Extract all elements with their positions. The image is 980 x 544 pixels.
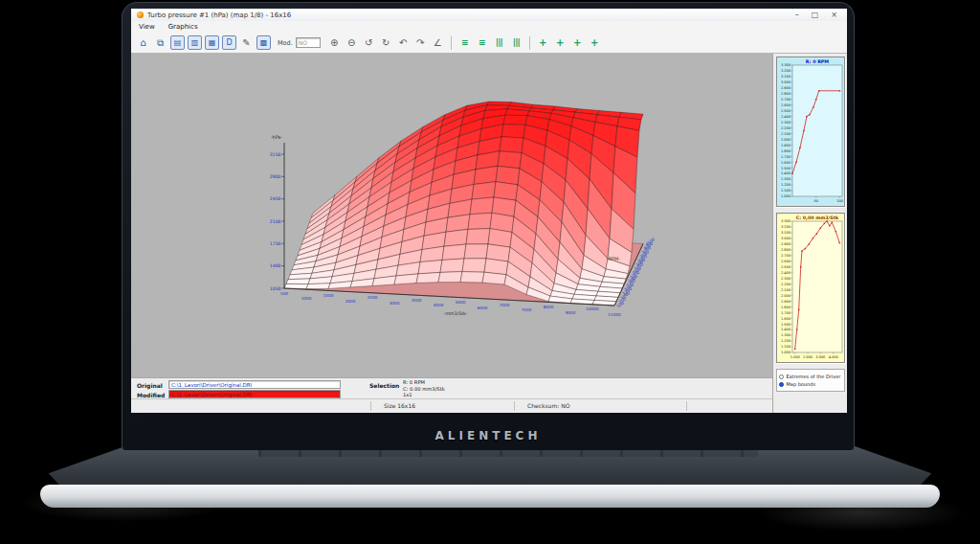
laptop-brand-logo: ALIENTECH bbox=[122, 429, 854, 442]
increment-row-icon[interactable]: + bbox=[553, 35, 568, 50]
interp-cols-2-icon[interactable]: ||| bbox=[509, 35, 523, 50]
svg-text:1.100: 1.100 bbox=[780, 345, 790, 349]
toolbar-separator bbox=[451, 36, 452, 50]
hex-view-icon[interactable]: ▤ bbox=[170, 35, 185, 50]
svg-text:1.000: 1.000 bbox=[790, 355, 799, 359]
svg-text:2.700: 2.700 bbox=[780, 254, 790, 258]
spin-cw-icon[interactable]: ↷ bbox=[413, 35, 428, 50]
fuel-slice-panel: C: 0,00 mm3/Stk1.0001.1001.2001.3001.400… bbox=[776, 213, 845, 363]
selection-values: R: 0 RPM C: 0.00 mm3/Stk 1x1 bbox=[403, 379, 445, 398]
svg-text:6000: 6000 bbox=[478, 306, 488, 310]
svg-text:9000: 9000 bbox=[566, 310, 576, 315]
svg-text:2100: 2100 bbox=[270, 219, 281, 224]
copy-icon[interactable]: ⧉ bbox=[153, 35, 167, 50]
svg-text:50: 50 bbox=[813, 199, 817, 203]
spin-ccw-icon[interactable]: ↶ bbox=[396, 35, 411, 50]
svg-text:1000: 1000 bbox=[301, 296, 312, 301]
svg-text:2.300: 2.300 bbox=[780, 121, 790, 125]
svg-text:1500: 1500 bbox=[323, 293, 334, 298]
original-label: Original bbox=[137, 382, 163, 389]
svg-text:5000: 5000 bbox=[456, 300, 466, 305]
svg-text:-hPa-: -hPa- bbox=[271, 135, 282, 140]
menu-graphics[interactable]: Graphics bbox=[168, 23, 198, 31]
svg-text:2.800: 2.800 bbox=[780, 248, 790, 252]
svg-text:1.800: 1.800 bbox=[780, 306, 790, 309]
close-button[interactable]: × bbox=[831, 11, 837, 19]
svg-text:2500: 2500 bbox=[368, 295, 378, 300]
svg-text:2.600: 2.600 bbox=[780, 260, 790, 263]
increment-icon[interactable]: + bbox=[536, 35, 550, 50]
svg-text:3.200: 3.200 bbox=[780, 225, 790, 229]
diagonal-chart-icon[interactable]: ∠ bbox=[431, 35, 445, 50]
zoom-out-icon[interactable]: ⊖ bbox=[345, 35, 359, 50]
svg-text:1750: 1750 bbox=[270, 241, 281, 246]
svg-text:1.700: 1.700 bbox=[780, 311, 790, 315]
title-bar[interactable]: Turbo pressure #1 (hPa) (map 1/8) - 16x1… bbox=[131, 9, 847, 21]
svg-text:4000: 4000 bbox=[434, 303, 444, 307]
rotate-ccw-icon[interactable]: ↺ bbox=[362, 35, 376, 50]
svg-text:1.400: 1.400 bbox=[780, 171, 790, 175]
toolbar: ⌂ ⧉ ▤ ▥ ▦ D ✎ ▩ Mod. NO ⊕ ⊖ ↺ ↻ ↶ ↷ ∠ bbox=[131, 33, 847, 54]
zoom-in-icon[interactable]: ⊕ bbox=[327, 35, 342, 50]
svg-text:3.000: 3.000 bbox=[815, 355, 825, 359]
svg-text:1.900: 1.900 bbox=[780, 300, 790, 304]
driver-icon[interactable]: D bbox=[222, 35, 236, 50]
radio-extremes-label: Extremes of the Driver bbox=[787, 374, 841, 379]
right-sidebar: R: 0 RPM1.0001.1001.2001.3001.4001.5001.… bbox=[772, 54, 847, 413]
status-size: Size 16x16 bbox=[384, 402, 415, 409]
radio-map-bounds[interactable]: Map bounds bbox=[779, 381, 842, 387]
radio-extremes-driver[interactable]: Extremes of the Driver bbox=[779, 374, 842, 379]
laptop-screen-bezel: Turbo pressure #1 (hPa) (map 1/8) - 16x1… bbox=[122, 2, 855, 450]
rpm-slice-panel: R: 0 RPM1.0001.1001.2001.3001.4001.5001.… bbox=[776, 57, 845, 207]
interp-rows-2-icon[interactable]: ≡ bbox=[475, 35, 489, 50]
view-2d-icon[interactable]: ▥ bbox=[188, 35, 202, 50]
svg-text:2.000: 2.000 bbox=[802, 355, 812, 359]
rotate-cw-icon[interactable]: ↻ bbox=[379, 35, 393, 50]
svg-text:2.900: 2.900 bbox=[780, 86, 790, 90]
radio-on-icon[interactable] bbox=[779, 382, 784, 387]
minimize-button[interactable]: – bbox=[795, 11, 799, 19]
app-window: Turbo pressure #1 (hPa) (map 1/8) - 16x1… bbox=[131, 9, 847, 413]
svg-text:1.500: 1.500 bbox=[780, 323, 790, 327]
svg-text:10000: 10000 bbox=[586, 306, 599, 311]
status-bar: Size 16x16 Checksum: NO bbox=[131, 398, 772, 413]
interp-rows-icon[interactable]: ≡ bbox=[457, 35, 472, 50]
svg-text:1.300: 1.300 bbox=[780, 177, 790, 181]
svg-text:2.200: 2.200 bbox=[780, 126, 790, 130]
svg-text:3.300: 3.300 bbox=[780, 219, 790, 223]
surface-3d-svg[interactable]: 1050140017502100245028003150-hPa-5001000… bbox=[131, 54, 772, 377]
svg-text:R: 0 RPM: R: 0 RPM bbox=[805, 59, 828, 64]
menu-view[interactable]: View bbox=[139, 23, 155, 31]
toolbar-separator-2 bbox=[529, 36, 530, 50]
svg-text:3.100: 3.100 bbox=[780, 75, 790, 79]
modified-label: Modified bbox=[137, 392, 165, 398]
home-icon[interactable]: ⌂ bbox=[136, 35, 150, 50]
radio-off-icon[interactable] bbox=[779, 374, 784, 379]
svg-text:2.600: 2.600 bbox=[780, 103, 790, 107]
mod-input[interactable]: NO bbox=[296, 37, 321, 48]
svg-text:1.600: 1.600 bbox=[780, 317, 790, 321]
svg-text:1.000: 1.000 bbox=[780, 194, 790, 198]
svg-text:500: 500 bbox=[280, 291, 288, 296]
table-view-icon[interactable]: ▩ bbox=[256, 35, 271, 50]
increment-col-icon[interactable]: + bbox=[570, 35, 585, 50]
bounds-option-box: Extremes of the Driver Map bounds bbox=[776, 369, 845, 392]
modified-file-field[interactable]: C:\1_Lavori\Driver\Original.DRI bbox=[168, 390, 341, 398]
svg-text:1.600: 1.600 bbox=[780, 161, 790, 165]
original-file-field[interactable]: C:\1_Lavori\Driver\Original.DRI bbox=[168, 380, 341, 389]
file-fields-bar: Original C:\1_Lavori\Driver\Original.DRI… bbox=[131, 377, 772, 398]
svg-text:2.300: 2.300 bbox=[780, 277, 790, 281]
svg-text:2.700: 2.700 bbox=[780, 98, 790, 102]
window-title: Turbo pressure #1 (hPa) (map 1/8) - 16x1… bbox=[147, 11, 291, 19]
interp-cols-icon[interactable]: ||| bbox=[492, 35, 506, 50]
svg-text:2.800: 2.800 bbox=[780, 92, 790, 96]
svg-text:1050: 1050 bbox=[270, 286, 281, 291]
view-3d-icon[interactable]: ▦ bbox=[205, 35, 219, 50]
edit-pencil-icon[interactable]: ✎ bbox=[239, 35, 254, 50]
maximize-button[interactable]: □ bbox=[812, 11, 819, 19]
svg-text:1.400: 1.400 bbox=[780, 328, 790, 331]
increment-all-icon[interactable]: + bbox=[588, 35, 602, 50]
radio-map-bounds-label: Map bounds bbox=[787, 381, 816, 387]
svg-text:2.500: 2.500 bbox=[780, 109, 790, 113]
surface-3d-chart[interactable]: 1050140017502100245028003150-hPa-5001000… bbox=[131, 54, 772, 377]
